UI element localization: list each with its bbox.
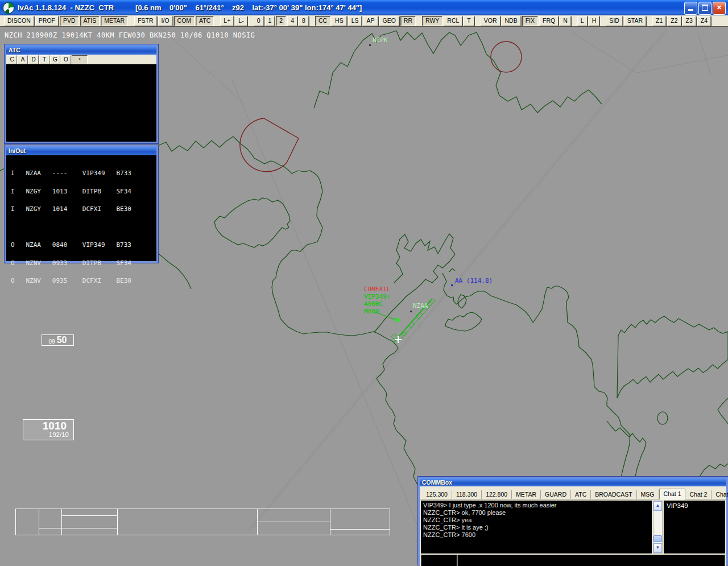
close-button[interactable]: ✕ xyxy=(713,2,726,15)
btn-history-8[interactable]: 8 xyxy=(299,16,309,26)
title-bar[interactable]: IvAc 1.1.8.124 - NZZC_CTR [0.6 nm 0'00" … xyxy=(0,0,728,15)
btn-history-0[interactable]: 0 xyxy=(254,16,264,26)
chat-message-area[interactable]: VIP349> I just type .x 1200 now, its muc… xyxy=(421,501,652,553)
btn-vor[interactable]: VOR xyxy=(481,16,500,26)
freq-tab-118300[interactable]: 118.300 xyxy=(452,490,482,499)
btn-rcl[interactable]: RCL xyxy=(444,16,462,26)
btn-geo[interactable]: GEO xyxy=(379,16,399,26)
btn-rwy[interactable]: RWY xyxy=(422,16,442,26)
btn-z3[interactable]: Z3 xyxy=(682,16,696,26)
atc-tab-c[interactable]: C xyxy=(7,55,17,64)
freq-tab-122800[interactable]: 122.800 xyxy=(482,490,512,499)
btn-metar[interactable]: METAR xyxy=(101,16,128,26)
btn-z2[interactable]: Z2 xyxy=(667,16,681,26)
inout-row[interactable]: I NZGY 1013 DITPB SF34 xyxy=(11,189,156,195)
fix-label-nzpk: NZPK xyxy=(373,36,388,44)
btn-rr[interactable]: RR xyxy=(400,16,416,26)
btn-z1[interactable]: Z1 xyxy=(652,16,666,26)
inout-flight-list: I NZAA ---- VIP349 B733 I NZGY 1013 DITP… xyxy=(6,155,156,296)
inout-row[interactable]: I NZAA ---- VIP349 B733 xyxy=(11,171,156,177)
airport-label-nzaa: NZAA xyxy=(413,302,428,309)
freq-tab-125300[interactable]: 125.300 xyxy=(422,490,452,499)
commbox-input-row xyxy=(420,555,726,566)
atc-tab-a[interactable]: A xyxy=(18,55,28,64)
chat-member[interactable]: VIP349 xyxy=(667,502,722,509)
clock-box[interactable]: 09 50 xyxy=(42,334,74,346)
atc-list-area[interactable] xyxy=(6,64,156,142)
btn-t[interactable]: T xyxy=(464,16,474,26)
restore-icon xyxy=(702,5,708,11)
btn-cc[interactable]: CC xyxy=(315,16,330,26)
scroll-up-icon[interactable]: ▲ xyxy=(653,501,662,511)
qnh-wind-box[interactable]: 1010 192/10 xyxy=(23,419,74,440)
tab-msg[interactable]: MSG xyxy=(637,490,659,499)
minimize-icon xyxy=(688,9,693,11)
metar-readout: NZCH 210900Z 19014KT 40KM FEW030 BKN250 … xyxy=(5,31,255,39)
radar-status-readout: [0.6 nm 0'00" 61°/241° z92 lat:-37° 00' … xyxy=(135,3,362,12)
scroll-track[interactable] xyxy=(653,511,662,543)
chat-input[interactable] xyxy=(457,555,725,566)
tab-chat3[interactable]: Chat 3 xyxy=(712,490,728,499)
tab-guard[interactable]: GUARD xyxy=(541,490,571,499)
inout-row[interactable]: O NZAA 0840 VIP349 B733 xyxy=(11,242,156,249)
minimize-button[interactable] xyxy=(684,2,697,15)
aircraft-datablock[interactable]: COMFAIL VIP349↑ A000C M000 xyxy=(364,286,391,315)
btn-discon[interactable]: DISCON xyxy=(4,16,34,26)
btn-history-1[interactable]: 1 xyxy=(265,16,275,26)
tab-broadcast[interactable]: BROADCAST xyxy=(591,490,636,499)
atc-tab-g[interactable]: G xyxy=(50,55,60,64)
sector-boundary-lines xyxy=(160,27,728,540)
btn-io[interactable]: I/O xyxy=(158,16,173,26)
aircraft-target[interactable] xyxy=(395,318,399,322)
inout-row[interactable]: O NZNV 0933 DITPB SF34 xyxy=(11,261,156,267)
btn-fix[interactable]: FIX xyxy=(522,16,538,26)
atc-tab-o[interactable]: O xyxy=(61,55,71,64)
inout-row[interactable]: I NZGY 1014 DCFXI BE30 xyxy=(11,206,156,213)
btn-l[interactable]: L xyxy=(577,16,588,26)
btn-ls[interactable]: LS xyxy=(348,16,362,26)
tab-atc[interactable]: ATC xyxy=(571,490,591,499)
btn-history-2[interactable]: 2 xyxy=(276,16,286,26)
tab-chat2[interactable]: Chat 2 xyxy=(685,490,712,499)
btn-sid[interactable]: SID xyxy=(606,16,623,26)
inout-row[interactable]: O NZNV 0935 DCFXI BE30 xyxy=(11,278,156,284)
btn-ap[interactable]: AP xyxy=(363,16,378,26)
btn-fstr[interactable]: FSTR xyxy=(134,16,156,26)
btn-star[interactable]: STAR xyxy=(624,16,646,26)
commbox-tab-row: 125.300 118.300 122.800 METAR GUARD ATC … xyxy=(420,486,726,499)
restore-button[interactable] xyxy=(698,2,712,15)
atc-window-titlebar[interactable]: ATC xyxy=(6,46,156,55)
btn-z4[interactable]: Z4 xyxy=(697,16,711,26)
inout-window-titlebar[interactable]: In/Out xyxy=(6,147,156,155)
btn-label-plus[interactable]: L+ xyxy=(220,16,234,26)
scroll-thumb[interactable] xyxy=(653,535,662,542)
frequency-input[interactable] xyxy=(421,555,457,566)
btn-label-minus[interactable]: L- xyxy=(235,16,247,26)
btn-h[interactable]: H xyxy=(589,16,600,26)
main-toolbar: DISCON PROF PVD ATIS METAR FSTR I/O COM … xyxy=(0,15,728,27)
btn-prof[interactable]: PROF xyxy=(35,16,59,26)
btn-hs[interactable]: HS xyxy=(332,16,347,26)
btn-pvd[interactable]: PVD xyxy=(60,16,79,26)
tab-metar[interactable]: METAR xyxy=(512,490,541,499)
btn-frq[interactable]: FRQ xyxy=(539,16,559,26)
atc-tab-t[interactable]: T xyxy=(39,55,49,64)
navaid-label-aa: AA (114.8) xyxy=(455,277,493,284)
btn-history-4[interactable]: 4 xyxy=(287,16,297,26)
btn-ndb[interactable]: NDB xyxy=(502,16,521,26)
inout-list-area[interactable]: I NZAA ---- VIP349 B733 I NZGY 1013 DITP… xyxy=(6,155,156,261)
atc-tab-all[interactable]: * xyxy=(72,55,88,64)
strip-bay-grid xyxy=(16,509,391,535)
scroll-down-icon[interactable]: ▼ xyxy=(653,543,662,553)
chat-member-list[interactable]: VIP349 xyxy=(664,501,725,553)
chat-scrollbar[interactable]: ▲ ▼ xyxy=(653,501,663,553)
commbox-window: COMMBox 125.300 118.300 122.800 METAR GU… xyxy=(418,477,728,565)
atc-tab-d[interactable]: D xyxy=(28,55,39,64)
btn-atis[interactable]: ATIS xyxy=(80,16,100,26)
btn-n[interactable]: N xyxy=(560,16,571,26)
btn-com[interactable]: COM xyxy=(174,16,195,26)
app-icon xyxy=(3,2,14,14)
btn-atc[interactable]: ATC xyxy=(196,16,214,26)
commbox-titlebar[interactable]: COMMBox xyxy=(420,478,726,486)
tab-chat1[interactable]: Chat 1 xyxy=(659,489,686,499)
